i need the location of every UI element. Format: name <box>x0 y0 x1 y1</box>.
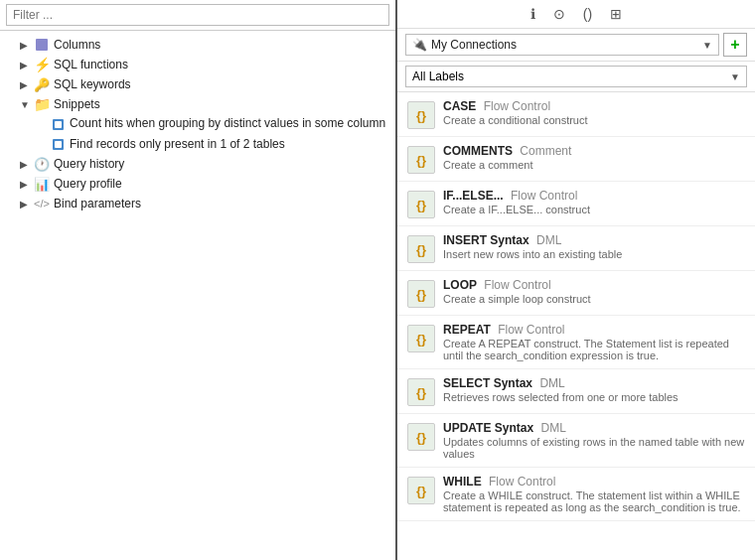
snippet-item-type-comments: Comment <box>520 144 571 158</box>
snippet-item-name-if-else: IF...ELSE... <box>443 189 504 203</box>
search-bar <box>0 0 395 31</box>
sql-functions-label: SQL functions <box>54 58 128 71</box>
snippet-item-title-loop: LOOP Flow Control <box>443 278 745 292</box>
left-panel: ▶ Columns ▶ ⚡ SQL functions ▶ 🔑 SQL keyw… <box>0 0 397 560</box>
snippet-item-desc-repeat: Create A REPEAT construct. The Statement… <box>443 338 745 361</box>
snippet-item-repeat[interactable]: {} REPEAT Flow Control Create A REPEAT c… <box>397 316 755 369</box>
snippet-item-desc-if-else: Create a IF...ELSE... construct <box>443 204 745 215</box>
snippet-item-name-insert-syntax: INSERT Syntax <box>443 233 529 247</box>
info-icon[interactable]: ℹ <box>527 4 539 24</box>
tree-item-query-history[interactable]: ▶ 🕐 Query history <box>0 154 395 174</box>
snippet-item-content-repeat: REPEAT Flow Control Create A REPEAT cons… <box>443 323 745 361</box>
snippet-1-label: Count hits when grouping by distinct val… <box>70 116 385 132</box>
snippet-item-name-repeat: REPEAT <box>443 323 491 337</box>
snippet-item-desc-case: Create a conditional construct <box>443 114 745 126</box>
snippet-item-content-update-syntax: UPDATE Syntax DML Updates columns of exi… <box>443 421 745 460</box>
tree-item-snippets[interactable]: ▼ 📁 Snippets <box>0 94 395 114</box>
chevron-bind-params: ▶ <box>20 199 34 210</box>
right-toolbar: ℹ ⊙ () ⊞ <box>397 0 755 29</box>
snippet-item-title-insert-syntax: INSERT Syntax DML <box>443 233 745 247</box>
snippet-item-icon-loop: {} <box>407 280 435 308</box>
sql-func-icon: ⚡ <box>34 57 50 72</box>
snippet-item-type-if-else: Flow Control <box>511 189 577 203</box>
tree-item-sql-keywords[interactable]: ▶ 🔑 SQL keywords <box>0 74 395 94</box>
query-profile-icon: 📊 <box>34 176 50 192</box>
columns-label: Columns <box>54 38 100 52</box>
chevron-query-history: ▶ <box>20 159 34 170</box>
grid-icon[interactable]: ⊞ <box>606 4 626 24</box>
tree-item-sql-functions[interactable]: ▶ ⚡ SQL functions <box>0 55 395 74</box>
snippet-item-title-if-else: IF...ELSE... Flow Control <box>443 189 745 203</box>
snippet-item-insert-syntax[interactable]: {} INSERT Syntax DML Insert new rows int… <box>397 226 755 271</box>
tree-item-query-profile[interactable]: ▶ 📊 Query profile <box>0 174 395 194</box>
query-history-icon: 🕐 <box>34 156 50 172</box>
chevron-query-profile: ▶ <box>20 179 34 190</box>
add-connection-button[interactable]: + <box>723 33 747 57</box>
snippet-2-icon <box>50 136 66 152</box>
tree-item-snippet-1[interactable]: ▶ Count hits when grouping by distinct v… <box>0 114 395 134</box>
snippet-item-case[interactable]: {} CASE Flow Control Create a conditiona… <box>397 92 755 137</box>
chevron-sql-keywords: ▶ <box>20 79 34 90</box>
labels-bar: All Labels ▼ <box>397 62 755 92</box>
snippet-item-icon-select-syntax: {} <box>407 378 435 406</box>
snippet-item-type-insert-syntax: DML <box>536 233 561 247</box>
snippet-1-icon <box>50 116 66 132</box>
snippets-label: Snippets <box>54 97 100 111</box>
snippet-item-update-syntax[interactable]: {} UPDATE Syntax DML Updates columns of … <box>397 414 755 468</box>
connection-chevron: ▼ <box>702 40 712 51</box>
tree-item-snippet-2[interactable]: ▶ Find records only present in 1 of 2 ta… <box>0 134 395 154</box>
snippet-item-title-comments: COMMENTS Comment <box>443 144 745 158</box>
labels-chevron: ▼ <box>730 71 740 82</box>
snippet-item-loop[interactable]: {} LOOP Flow Control Create a simple loo… <box>397 271 755 316</box>
snippet-item-content-select-syntax: SELECT Syntax DML Retrieves rows selecte… <box>443 376 745 403</box>
snippet-item-type-loop: Flow Control <box>484 278 550 292</box>
labels-select[interactable]: All Labels ▼ <box>405 66 747 87</box>
snippet-item-desc-comments: Create a comment <box>443 159 745 171</box>
snippet-item-icon-repeat: {} <box>407 325 435 352</box>
chevron-snippets: ▼ <box>20 99 34 110</box>
snippet-item-desc-loop: Create a simple loop construct <box>443 293 745 305</box>
snippet-item-desc-insert-syntax: Insert new rows into an existing table <box>443 248 745 260</box>
snippet-item-content-while: WHILE Flow Control Create a WHILE constr… <box>443 475 745 513</box>
connection-select[interactable]: 🔌 My Connections ▼ <box>405 34 719 56</box>
snippet-item-type-select-syntax: DML <box>539 376 564 390</box>
snippets-list: {} CASE Flow Control Create a conditiona… <box>397 92 755 560</box>
snippet-item-icon-case: {} <box>407 101 435 129</box>
snippet-item-icon-insert-syntax: {} <box>407 235 435 263</box>
tree-item-columns[interactable]: ▶ Columns <box>0 35 395 55</box>
snippet-item-icon-update-syntax: {} <box>407 423 435 451</box>
snippet-item-title-case: CASE Flow Control <box>443 99 745 113</box>
snippet-item-type-repeat: Flow Control <box>498 323 564 337</box>
snippet-item-comments[interactable]: {} COMMENTS Comment Create a comment <box>397 137 755 182</box>
snippet-item-desc-while: Create a WHILE construct. The statement … <box>443 490 745 513</box>
query-profile-label: Query profile <box>54 177 122 191</box>
chevron-columns: ▶ <box>20 40 34 51</box>
labels-label: All Labels <box>412 70 464 83</box>
snippet-item-content-loop: LOOP Flow Control Create a simple loop c… <box>443 278 745 305</box>
snippet-item-select-syntax[interactable]: {} SELECT Syntax DML Retrieves rows sele… <box>397 369 755 414</box>
snippet-item-name-loop: LOOP <box>443 278 477 292</box>
tree-container: ▶ Columns ▶ ⚡ SQL functions ▶ 🔑 SQL keyw… <box>0 31 395 560</box>
snippet-item-title-repeat: REPEAT Flow Control <box>443 323 745 337</box>
tree-item-bind-params[interactable]: ▶ </> Bind parameters <box>0 194 395 213</box>
snippet-item-content-if-else: IF...ELSE... Flow Control Create a IF...… <box>443 189 745 215</box>
parentheses-icon[interactable]: () <box>579 4 596 24</box>
snippet-item-name-case: CASE <box>443 99 476 113</box>
snippet-item-name-update-syntax: UPDATE Syntax <box>443 421 533 435</box>
bind-params-icon: </> <box>34 196 50 211</box>
snippet-item-icon-comments: {} <box>407 146 435 174</box>
snippet-item-if-else[interactable]: {} IF...ELSE... Flow Control Create a IF… <box>397 182 755 226</box>
connection-bar: 🔌 My Connections ▼ + <box>397 29 755 62</box>
target-icon[interactable]: ⊙ <box>549 4 569 24</box>
sql-kw-icon: 🔑 <box>34 76 50 92</box>
columns-icon <box>34 37 50 53</box>
snippet-item-while[interactable]: {} WHILE Flow Control Create a WHILE con… <box>397 468 755 521</box>
snippet-item-type-while: Flow Control <box>489 475 555 489</box>
sql-keywords-label: SQL keywords <box>54 77 131 91</box>
snippet-item-type-case: Flow Control <box>484 99 550 113</box>
connection-icon: 🔌 <box>412 38 427 52</box>
snippet-item-icon-if-else: {} <box>407 191 435 218</box>
filter-input[interactable] <box>6 4 389 26</box>
snippet-item-type-update-syntax: DML <box>540 421 565 435</box>
snippet-item-content-case: CASE Flow Control Create a conditional c… <box>443 99 745 126</box>
